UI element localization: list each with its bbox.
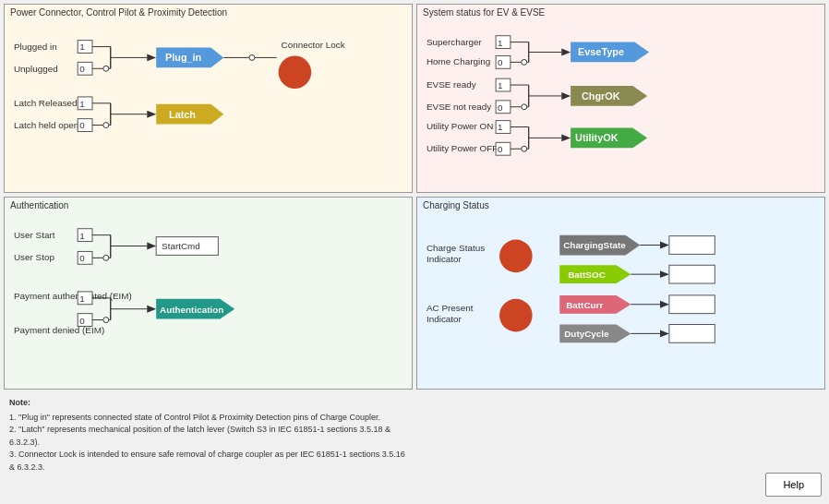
svg-text:Utility Power ON: Utility Power ON <box>427 122 493 132</box>
diagram-top-left: Plugged in 1 Unplugged 0 Plug_in <box>12 21 404 160</box>
svg-text:Indicator: Indicator <box>427 254 463 264</box>
svg-point-65 <box>522 104 527 110</box>
help-button[interactable]: Help <box>765 473 822 497</box>
svg-text:Plug_in: Plug_in <box>165 52 201 63</box>
svg-text:Authentication: Authentication <box>160 304 223 314</box>
diagram-bottom-left: User Start 1 User Stop 0 StartCmd Paymen… <box>12 214 404 357</box>
svg-text:1: 1 <box>498 122 503 132</box>
svg-text:Unplugged: Unplugged <box>14 64 58 74</box>
svg-text:Charge Status: Charge Status <box>427 243 485 253</box>
svg-text:Latch Released: Latch Released <box>14 98 78 108</box>
svg-text:1: 1 <box>79 42 85 53</box>
panel-title-bottom-left: Authentication <box>10 200 68 210</box>
svg-text:0: 0 <box>79 121 85 131</box>
panel-charging-status: Charging Status Charge Status Indicator … <box>416 197 825 390</box>
svg-text:0: 0 <box>79 253 85 263</box>
svg-rect-131 <box>669 235 715 254</box>
note-2: 2. "Latch" represents mechanical positio… <box>9 424 407 449</box>
svg-text:UtilityOK: UtilityOK <box>575 132 619 143</box>
help-section: Help <box>416 393 825 500</box>
svg-text:User Stop: User Stop <box>14 252 54 262</box>
svg-marker-87 <box>561 134 571 141</box>
svg-marker-143 <box>660 300 669 307</box>
svg-text:1: 1 <box>79 293 85 303</box>
note-3: 3. Connector Lock is intended to ensure … <box>9 449 407 474</box>
svg-text:EVSE ready: EVSE ready <box>427 79 476 90</box>
svg-text:Latch: Latch <box>169 109 196 120</box>
svg-point-9 <box>103 66 109 71</box>
svg-text:EVSE not ready: EVSE not ready <box>427 102 491 112</box>
note-1: 1. "Plug in" represents connected state … <box>9 412 407 425</box>
svg-point-139 <box>499 298 533 331</box>
svg-text:Latch held open: Latch held open <box>14 121 78 131</box>
svg-text:EvseType: EvseType <box>578 46 624 57</box>
svg-marker-36 <box>147 111 156 118</box>
svg-text:DutyCycle: DutyCycle <box>564 329 609 339</box>
svg-text:Plugged in: Plugged in <box>14 42 57 52</box>
diagram-bottom-right: Charge Status Indicator ChargingState Ba… <box>425 214 817 357</box>
svg-marker-148 <box>660 330 669 337</box>
svg-marker-53 <box>561 49 571 56</box>
svg-text:1: 1 <box>498 38 503 48</box>
svg-text:BattSOC: BattSOC <box>568 270 606 280</box>
svg-point-82 <box>522 146 527 151</box>
svg-text:0: 0 <box>498 144 503 154</box>
panel-authentication: Authentication User Start 1 User Stop 0 … <box>4 197 413 390</box>
svg-text:Home Charging: Home Charging <box>427 56 490 66</box>
svg-text:0: 0 <box>498 57 503 67</box>
svg-text:ChargingState: ChargingState <box>563 240 626 250</box>
notes-section: Note: 1. "Plug in" represents connected … <box>4 393 413 500</box>
svg-point-31 <box>103 123 109 128</box>
svg-text:1: 1 <box>79 99 85 109</box>
svg-rect-149 <box>669 324 715 342</box>
panel-system-status: System status for EV & EVSE Supercharger… <box>416 4 825 193</box>
svg-text:ChgrOK: ChgrOK <box>582 90 620 102</box>
panel-power-connector: Power Connector, Control Pilot & Proximi… <box>4 4 413 193</box>
svg-text:Supercharger: Supercharger <box>427 37 483 47</box>
notes-title: Note: <box>9 397 407 410</box>
svg-point-21 <box>279 55 312 89</box>
svg-text:Indicator: Indicator <box>427 313 463 323</box>
svg-point-116 <box>103 317 109 322</box>
svg-rect-136 <box>669 265 715 283</box>
panel-title-top-right: System status for EV & EVSE <box>423 7 545 18</box>
svg-marker-135 <box>660 270 669 278</box>
svg-text:0: 0 <box>498 102 503 113</box>
svg-text:StartCmd: StartCmd <box>162 241 200 251</box>
svg-text:0: 0 <box>79 315 85 325</box>
svg-marker-130 <box>660 241 669 248</box>
svg-text:BattCurr: BattCurr <box>566 299 603 309</box>
svg-text:AC Present: AC Present <box>427 302 474 312</box>
svg-marker-121 <box>147 305 156 312</box>
svg-text:Connector Lock: Connector Lock <box>282 40 345 50</box>
svg-point-18 <box>249 54 255 60</box>
svg-marker-70 <box>561 92 571 100</box>
svg-text:0: 0 <box>79 64 85 74</box>
svg-text:Utility Power OFF: Utility Power OFF <box>427 143 498 153</box>
svg-point-48 <box>522 59 527 65</box>
svg-text:1: 1 <box>79 230 85 240</box>
svg-text:User Start: User Start <box>14 229 55 239</box>
svg-text:1: 1 <box>498 80 503 90</box>
svg-point-99 <box>103 255 109 260</box>
svg-rect-144 <box>669 295 715 314</box>
svg-marker-104 <box>147 242 156 249</box>
svg-point-126 <box>499 239 533 272</box>
panel-title-bottom-right: Charging Status <box>423 200 489 210</box>
svg-text:Payment denied (EIM): Payment denied (EIM) <box>14 325 104 335</box>
svg-marker-14 <box>147 54 156 61</box>
panel-title-top-left: Power Connector, Control Pilot & Proximi… <box>10 7 227 18</box>
diagram-top-right: Supercharger 1 Home Charging 0 EvseType … <box>425 21 817 160</box>
svg-text:Payment authenticated (EIM): Payment authenticated (EIM) <box>14 290 132 300</box>
